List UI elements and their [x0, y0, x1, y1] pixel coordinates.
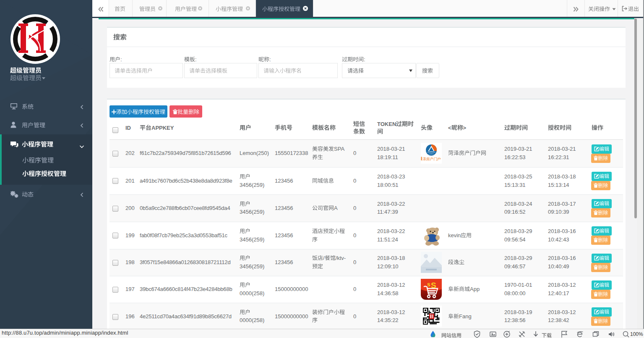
svg-text:s: s — [427, 281, 430, 288]
